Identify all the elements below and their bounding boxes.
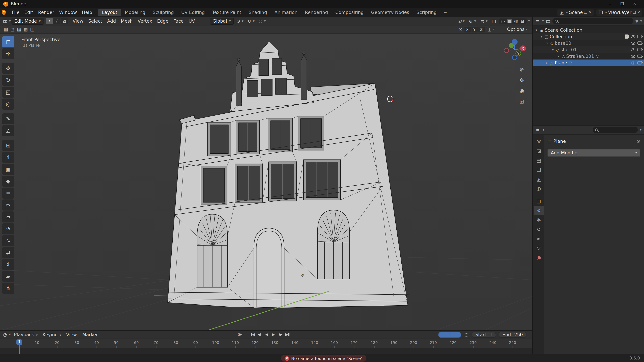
timeline-menu-item[interactable]: Playback ▾ [12, 332, 40, 338]
tool-mode-icon-5[interactable]: ◫ [30, 27, 35, 32]
shading-mode-button[interactable]: ◌ [500, 18, 506, 23]
properties-tab[interactable]: ⚙ [534, 206, 544, 215]
properties-tab[interactable]: ✱ [534, 215, 544, 224]
viewport-menu-item[interactable]: UV [186, 17, 198, 24]
properties-tab[interactable]: ❏ [534, 165, 544, 174]
outliner-row[interactable]: ▾ ◇ base00 ✓ [532, 40, 644, 46]
unlink-scene-icon[interactable]: ✕ [589, 10, 592, 14]
topbar-menu-item[interactable]: File [10, 9, 22, 16]
topbar-menu-item[interactable]: Edit [22, 9, 36, 16]
snap-toggle-button[interactable]: ∪▾ [246, 18, 256, 24]
render-camera-icon[interactable] [638, 48, 642, 51]
tool-button[interactable]: ▱ [2, 211, 14, 222]
properties-tab[interactable]: ↺ [534, 225, 544, 234]
tool-button[interactable]: ✎ [2, 113, 14, 124]
toggle-perspective-icon[interactable]: ⊞ [520, 98, 524, 105]
workspace-tab[interactable]: Rendering [301, 8, 332, 16]
tool-button[interactable]: ↺ [2, 223, 14, 234]
prev-keyframe-button[interactable]: ◀· [256, 332, 262, 337]
properties-tab[interactable]: ∞ [534, 234, 544, 243]
tool-button[interactable]: ◎ [2, 98, 14, 110]
hide-eye-icon[interactable] [631, 55, 636, 58]
pivot-point-button[interactable]: ⊙▾ [234, 18, 244, 24]
render-camera-icon[interactable] [638, 55, 642, 58]
tool-button[interactable]: ↻ [2, 75, 14, 86]
expander-icon[interactable]: ▸ [556, 54, 561, 58]
workspace-tab[interactable]: Geometry Nodes [368, 8, 413, 16]
expander-icon[interactable]: ▾ [551, 48, 555, 51]
frame-end-field[interactable]: End250 [499, 332, 526, 338]
timeline-ruler[interactable]: 10 20 30 40 50 60 [0, 339, 532, 348]
properties-tab[interactable]: ◪ [534, 146, 544, 156]
view-layer-selector[interactable]: ❏ ▾ ViewLayer ❏ ✕ [596, 9, 642, 15]
select-mode-button[interactable]: ∙ [46, 17, 53, 24]
properties-search[interactable] [593, 127, 638, 133]
zoom-icon[interactable]: ⊕ [520, 66, 524, 73]
mirror-axis-button[interactable]: X [464, 26, 470, 32]
pin-icon[interactable]: ⊙ [636, 139, 640, 144]
outliner-row[interactable]: ▾ ▣ Scene Collection ✓ [532, 27, 644, 33]
pan-hand-icon[interactable]: ✥ [520, 77, 524, 83]
viewport-menu-item[interactable]: Mesh [118, 17, 135, 24]
duplicate-scene-icon[interactable]: ❏ [584, 10, 587, 14]
filter-funnel-icon[interactable]: ▼ [636, 19, 638, 23]
expander-icon[interactable]: ▸ [545, 61, 549, 65]
display-mode-icon[interactable]: ▤ [545, 19, 551, 23]
workspace-tab[interactable]: Modeling [121, 8, 149, 16]
search-input[interactable] [600, 128, 644, 132]
viewport-menu-item[interactable]: Select [86, 17, 105, 24]
properties-tab[interactable]: ▢ [534, 196, 544, 206]
chevron-down-icon[interactable]: ▾ [640, 19, 642, 23]
workspace-tab[interactable]: Shading [245, 8, 271, 16]
proportional-editing-button[interactable]: ◎▾ [257, 18, 267, 24]
tool-button[interactable]: ⊞ [2, 140, 14, 151]
mirror-axis-button[interactable]: Z [478, 26, 484, 32]
play-reverse-button[interactable]: ◀ [263, 332, 270, 337]
add-workspace-button[interactable]: + [441, 9, 450, 16]
scene-selector[interactable]: ◭ ▾ Scene ❏ ✕ [557, 9, 594, 15]
tool-button[interactable]: ◻ [2, 36, 14, 47]
orientation-dropdown[interactable]: Global ▾ [210, 17, 234, 24]
select-mode-button[interactable]: ▨ [61, 17, 68, 24]
tool-mode-icon-2[interactable]: ▧ [10, 27, 15, 32]
properties-tab[interactable]: ◭ [534, 174, 544, 184]
outliner-row[interactable]: ▸ △ Plane ▽ ✓ [532, 59, 644, 66]
tool-mode-icon-1[interactable]: ▦ [3, 27, 9, 32]
viewport-canvas[interactable]: Front Perspective (1) Plane ◻✛✥↻◱◎✎∠⊞⇑▣◆… [0, 34, 532, 331]
tool-button[interactable]: ✛ [2, 48, 14, 59]
properties-tab[interactable]: ▽ [534, 243, 544, 253]
collection-checkbox[interactable]: ✓ [625, 34, 629, 38]
viewport-menu-item[interactable]: Vertex [135, 17, 155, 24]
hide-eye-icon[interactable] [631, 42, 636, 44]
xray-toggle[interactable]: ◫ [490, 18, 498, 24]
outliner-row[interactable]: ▾ ▢ Collection ✓ [532, 33, 644, 40]
current-frame-field[interactable]: 1 [438, 332, 461, 338]
add-modifier-button[interactable]: Add Modifier ▾ [548, 149, 640, 157]
close-button[interactable]: ✕ [628, 0, 641, 8]
minimize-button[interactable]: – [604, 0, 616, 8]
render-camera-icon[interactable] [638, 61, 642, 64]
hide-eye-icon[interactable] [631, 35, 636, 38]
duplicate-view-layer-icon[interactable]: ❏ [632, 10, 636, 14]
jump-to-end-button[interactable]: ▶▮ [284, 332, 290, 337]
render-camera-icon[interactable] [638, 35, 642, 38]
properties-tab[interactable]: ▤ [534, 156, 544, 165]
tool-button[interactable]: ⇑ [2, 152, 14, 163]
topbar-menu-item[interactable]: Render [36, 9, 56, 16]
properties-tab[interactable]: ◉ [534, 253, 544, 262]
hide-eye-icon[interactable] [631, 48, 636, 51]
topbar-menu-item[interactable]: Help [79, 9, 94, 16]
viewport-menu-item[interactable]: View [70, 17, 86, 24]
hide-eye-icon[interactable] [631, 61, 636, 64]
sidebar-collapse-icon[interactable]: ‹ [529, 108, 530, 113]
tool-mode-icon-3[interactable]: ▨ [16, 27, 22, 32]
outliner-search[interactable] [552, 18, 633, 24]
tool-button[interactable]: ✂ [2, 199, 14, 211]
tool-button[interactable]: ∿ [2, 235, 14, 246]
render-camera-icon[interactable] [638, 41, 642, 45]
workspace-tab[interactable]: Texture Paint [208, 8, 245, 16]
blender-menu-icon[interactable] [2, 9, 8, 15]
editor-type-icon[interactable]: ≡ [535, 19, 540, 23]
mirror-axis-button[interactable]: Y [472, 26, 478, 32]
expander-icon[interactable]: ▾ [534, 28, 538, 32]
